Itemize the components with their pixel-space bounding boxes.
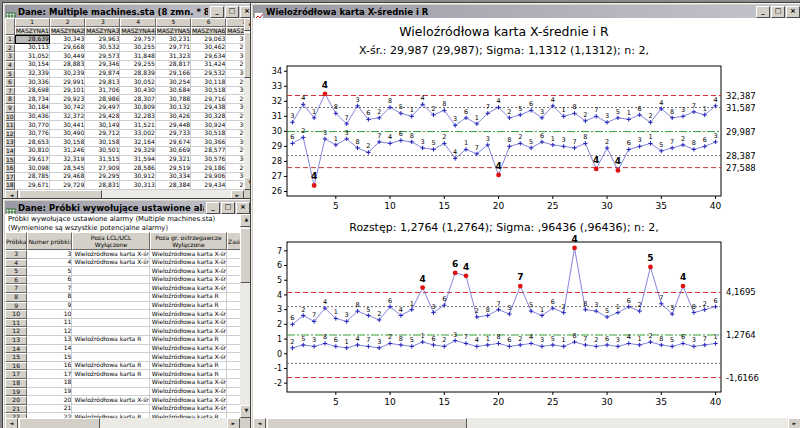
data-cell[interactable]: 30,118	[191, 78, 226, 87]
row-number[interactable]: 7	[5, 284, 27, 293]
lcl-alarm-cell[interactable]	[72, 405, 149, 414]
scroll-left-button[interactable]: ◄	[253, 418, 266, 428]
data-cell[interactable]: 30,770	[15, 121, 50, 130]
warning-alarm-cell[interactable]: Wieloźródłowa karta R	[150, 362, 227, 371]
sample-number-cell[interactable]: 17	[27, 370, 72, 379]
sample-number-cell[interactable]: 8	[27, 293, 72, 302]
data-cell[interactable]: 30,912	[120, 173, 155, 182]
maximize-button[interactable]: □	[771, 6, 785, 18]
sample-number-cell[interactable]: 21	[27, 405, 72, 414]
warning-alarm-cell[interactable]: Wieloźródłowa karta X-śr	[150, 353, 227, 362]
data-cell[interactable]: 30,113	[15, 44, 50, 53]
column-name-header[interactable]: MASZYNA6	[191, 27, 226, 36]
data-cell[interactable]: 30,490	[50, 130, 85, 139]
data-cell[interactable]: 30,518	[191, 87, 226, 96]
data-cell[interactable]: 31,246	[50, 147, 85, 156]
extra-cell[interactable]	[227, 293, 240, 302]
extra-cell[interactable]	[227, 267, 240, 276]
scroll-right-button[interactable]: ►	[227, 418, 240, 428]
data-cell[interactable]: 30,215	[226, 35, 244, 44]
titlebar-chart[interactable]: Wieloźródłowa karta X-średnie i R _ □ ×	[253, 5, 800, 18]
row-number[interactable]: 11	[5, 121, 15, 130]
data-cell[interactable]: 30,532	[85, 44, 120, 53]
horizontal-scrollbar[interactable]: ◄ ►	[5, 418, 240, 428]
sample-number-cell[interactable]: 3	[27, 250, 72, 259]
data-cell[interactable]: 30,158	[85, 138, 120, 147]
data-cell[interactable]: 28,653	[15, 138, 50, 147]
lcl-alarm-cell[interactable]	[72, 353, 149, 362]
data-cell[interactable]: 29,448	[156, 121, 191, 130]
data-cell[interactable]: 29,813	[85, 78, 120, 87]
row-number[interactable]: 2	[5, 44, 15, 53]
warning-alarm-cell[interactable]: Wieloźródłowa karta R	[150, 302, 227, 311]
warning-alarm-cell[interactable]: Wieloźródłowa karta X-śr	[150, 267, 227, 276]
data-cell[interactable]: 29,497	[85, 104, 120, 113]
data-cell[interactable]: 30,154	[15, 61, 50, 70]
data-cell[interactable]: 29,428	[85, 113, 120, 122]
data-cell[interactable]: 30,184	[15, 104, 50, 113]
data-cell[interactable]: 28,384	[156, 181, 191, 190]
data-cell[interactable]: 28,831	[85, 181, 120, 190]
column-name-header[interactable]: MASZYNA7	[226, 27, 244, 36]
warning-alarm-cell[interactable]: Wieloźródłowa karta X-śr	[150, 284, 227, 293]
row-number[interactable]: 5	[5, 267, 27, 276]
warning-alarm-cell[interactable]: Wieloźródłowa karta X-śr	[150, 388, 227, 397]
sample-number-cell[interactable]: 9	[27, 302, 72, 311]
data-cell[interactable]: 30,742	[50, 104, 85, 113]
data-cell[interactable]: 29,674	[156, 138, 191, 147]
column-index-header[interactable]: 5	[156, 18, 191, 27]
data-cell[interactable]: 29,712	[85, 130, 120, 139]
data-cell[interactable]: 29,941	[226, 130, 244, 139]
data-cell[interactable]: 30,433	[226, 156, 244, 165]
data-cell[interactable]: 31,424	[191, 61, 226, 70]
row-number[interactable]: 15	[5, 156, 15, 165]
column-index-header[interactable]: 4	[120, 18, 155, 27]
warning-alarm-cell[interactable]: Wieloźródłowa karta X-śr	[150, 345, 227, 354]
alarms-column-header[interactable]: Poza gr. ostrzegawczeWyłączone	[150, 232, 227, 250]
sheet-corner[interactable]	[5, 18, 15, 35]
extra-cell[interactable]	[227, 310, 240, 319]
row-number[interactable]: 9	[5, 104, 15, 113]
alarms-column-header[interactable]: Zasięg	[227, 232, 240, 250]
data-cell[interactable]: 29,757	[120, 35, 155, 44]
row-number[interactable]: 6	[5, 276, 27, 285]
data-cell[interactable]: 30,149	[85, 121, 120, 130]
minimize-button[interactable]: _	[206, 202, 220, 214]
column-name-header[interactable]: MASZYNA5	[156, 27, 191, 36]
row-number[interactable]: 21	[5, 405, 27, 414]
row-number[interactable]: 16	[5, 164, 15, 173]
data-cell[interactable]: 32,319	[50, 156, 85, 165]
data-cell[interactable]: 29,532	[191, 70, 226, 79]
data-cell[interactable]: 30,776	[15, 130, 50, 139]
extra-cell[interactable]	[227, 362, 240, 371]
lcl-alarm-cell[interactable]	[72, 345, 149, 354]
data-cell[interactable]: 29,912	[226, 181, 244, 190]
data-cell[interactable]: 30,518	[191, 130, 226, 139]
data-cell[interactable]: 29,101	[50, 87, 85, 96]
data-cell[interactable]: 29,963	[85, 35, 120, 44]
sample-number-cell[interactable]: 16	[27, 362, 72, 371]
close-button[interactable]: ×	[786, 6, 800, 18]
close-button[interactable]: ×	[236, 202, 250, 214]
data-cell[interactable]: 29,617	[15, 156, 50, 165]
data-cell[interactable]: 30,788	[156, 95, 191, 104]
data-cell[interactable]: 29,671	[15, 181, 50, 190]
data-cell[interactable]: 29,874	[85, 70, 120, 79]
maximize-button[interactable]: □	[221, 202, 235, 214]
row-number[interactable]: 9	[5, 302, 27, 311]
titlebar-data[interactable]: Dane: Multiple machines.sta (8 zmn. * 80…	[5, 5, 255, 18]
data-cell[interactable]: 29,733	[156, 130, 191, 139]
extra-cell[interactable]	[227, 250, 240, 259]
sample-number-cell[interactable]: 14	[27, 345, 72, 354]
data-cell[interactable]: 29,668	[50, 44, 85, 53]
data-cell[interactable]: 30,160	[226, 173, 244, 182]
data-cell[interactable]: 30,562	[226, 121, 244, 130]
data-cell[interactable]: 32,339	[15, 70, 50, 79]
data-cell[interactable]: 29,818	[226, 113, 244, 122]
lcl-alarm-cell[interactable]: Wieloźródłowa karta R	[72, 336, 149, 345]
data-cell[interactable]: 29,716	[191, 95, 226, 104]
column-index-header[interactable]: 7	[226, 18, 244, 27]
data-cell[interactable]: 28,307	[120, 95, 155, 104]
sample-number-cell[interactable]: 11	[27, 319, 72, 328]
extra-cell[interactable]	[227, 345, 240, 354]
